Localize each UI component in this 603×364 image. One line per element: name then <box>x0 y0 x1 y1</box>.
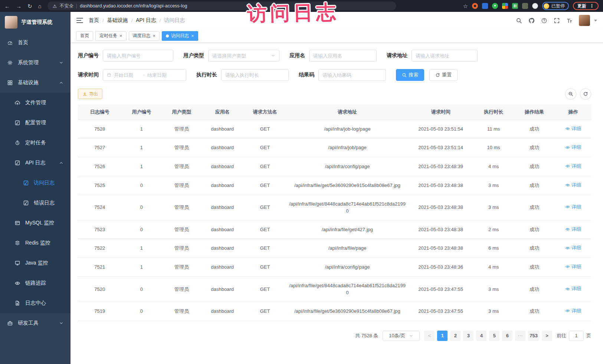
question-icon[interactable] <box>541 17 547 24</box>
request-url-input[interactable] <box>416 53 473 59</box>
page-button-5[interactable]: 5 <box>489 331 499 341</box>
extension-icon[interactable] <box>522 3 528 9</box>
cell-app: dashboard <box>201 195 243 220</box>
page-button-1[interactable]: 1 <box>437 331 448 341</box>
result-code-input[interactable] <box>322 72 382 78</box>
sidebar-item-基础设施[interactable]: 基础设施 <box>0 73 71 93</box>
tab-close-icon[interactable]: × <box>153 33 156 38</box>
sidebar-item-文件管理[interactable]: 文件管理 <box>0 93 71 113</box>
cell-method: GET <box>243 176 287 195</box>
detail-link[interactable]: 详细 <box>565 125 581 132</box>
search-button[interactable]: 搜索 <box>396 69 424 81</box>
kebab-menu-icon[interactable]: ⋮ <box>590 3 594 9</box>
detail-link[interactable]: 详细 <box>565 163 581 170</box>
end-date-input[interactable] <box>147 72 174 78</box>
next-page-button[interactable]: > <box>542 331 552 341</box>
breadcrumb-item[interactable]: API 日志 <box>136 17 156 24</box>
sidebar-item-API-日志[interactable]: API 日志 <box>0 153 71 173</box>
sidebar-item-Java-监控[interactable]: Java 监控 <box>0 253 71 273</box>
user-avatar[interactable] <box>579 15 590 26</box>
translate-extension-icon[interactable]: 翻 <box>512 3 518 9</box>
sidebar-item-链路追踪[interactable]: 链路追踪 <box>0 273 71 293</box>
detail-link[interactable]: 详细 <box>565 144 581 151</box>
sidebar-item-错误日志[interactable]: 错误日志 <box>0 193 71 213</box>
detail-link-label: 详细 <box>571 163 581 170</box>
bookmark-star-icon[interactable]: ☆ <box>463 3 468 9</box>
jump-page-input[interactable] <box>569 331 584 341</box>
sidebar-item-访问日志[interactable]: 访问日志 <box>0 173 71 193</box>
user-type-select-input[interactable] <box>212 53 268 59</box>
breadcrumb: 首页/基础设施/API 日志/访问日志 <box>89 17 185 24</box>
hamburger-icon[interactable] <box>76 18 83 23</box>
forward-icon[interactable]: → <box>16 3 22 9</box>
detail-link[interactable]: 详细 <box>565 244 581 252</box>
font-size-icon[interactable] <box>566 17 573 24</box>
extension-icon[interactable] <box>472 3 478 9</box>
sidebar-item-研发工具[interactable]: 研发工具 <box>0 313 71 333</box>
paused-badge[interactable]: 已暂停 <box>542 2 569 10</box>
sidebar-logo[interactable]: 芋道管理系统 <box>0 12 71 33</box>
shield-extension-icon[interactable] <box>482 3 488 9</box>
extension-icon[interactable] <box>502 3 508 9</box>
cell-result: 成功 <box>514 258 555 277</box>
page-button-753[interactable]: 753 <box>528 331 539 341</box>
address-bar[interactable]: ⚠ 不安全 dashboard.yudao.iocoder.cn/infra/l… <box>47 1 396 10</box>
tab-定时任务[interactable]: 定时任务× <box>95 31 127 41</box>
cell-duration: 3 ms <box>473 176 514 195</box>
tab-访问日志[interactable]: 访问日志× <box>162 31 198 41</box>
detail-link[interactable]: 详细 <box>565 307 581 315</box>
start-date-input[interactable] <box>114 72 141 78</box>
avatar-caret-down-icon[interactable] <box>594 20 597 22</box>
reload-icon[interactable]: ↻ <box>27 3 32 9</box>
user-type-select[interactable] <box>208 50 279 62</box>
sidebar-item-首页[interactable]: 首页 <box>0 33 71 53</box>
hide-search-button[interactable] <box>565 88 576 99</box>
detail-link-label: 详细 <box>571 203 581 211</box>
page-button-2[interactable]: 2 <box>450 331 461 341</box>
cell-result: 成功 <box>514 176 555 195</box>
sidebar-item-MySQL-监控[interactable]: MySQL 监控 <box>0 213 71 233</box>
sidebar-item-Redis-监控[interactable]: Redis 监控 <box>0 233 71 253</box>
date-range-picker[interactable]: - <box>103 69 186 81</box>
tab-调度日志[interactable]: 调度日志× <box>129 31 160 41</box>
detail-link[interactable]: 详细 <box>565 226 581 233</box>
detail-link[interactable]: 详细 <box>565 285 581 292</box>
cell-app: dashboard <box>201 176 243 195</box>
sidebar-item-定时任务[interactable]: 定时任务 <box>0 133 71 153</box>
column-header: 操作 <box>555 105 591 119</box>
prev-page-button[interactable]: < <box>424 331 435 341</box>
github-icon[interactable] <box>528 17 535 24</box>
page-button-3[interactable]: 3 <box>463 331 473 341</box>
extensions-puzzle-icon[interactable] <box>532 3 538 9</box>
detail-link[interactable]: 详细 <box>565 203 581 211</box>
detail-link[interactable]: 详细 <box>565 181 581 189</box>
breadcrumb-item[interactable]: 基础设施 <box>107 17 128 24</box>
extension-icon[interactable] <box>492 3 498 9</box>
cell-time: 2021-05-03 23:51:54 <box>408 119 473 138</box>
refresh-button[interactable] <box>580 88 591 99</box>
user-id-input[interactable] <box>107 53 169 59</box>
sidebar-item-日志中心[interactable]: 日志中心 <box>0 293 71 313</box>
sidebar-item-配置管理[interactable]: 配置管理 <box>0 113 71 133</box>
reset-button[interactable]: 重置 <box>429 69 458 81</box>
tab-首页[interactable]: 首页 <box>76 31 93 41</box>
duration-input[interactable] <box>225 72 285 78</box>
breadcrumb-item[interactable]: 首页 <box>89 17 99 24</box>
page-button-4[interactable]: 4 <box>476 331 486 341</box>
back-icon[interactable]: ← <box>4 3 10 9</box>
update-button[interactable]: 更新 ⋮ <box>573 2 599 10</box>
browser-chrome: ← → ↻ ⌂ ⚠ 不安全 dashboard.yudao.iocoder.cn… <box>0 0 603 12</box>
export-button[interactable]: 导出 <box>78 89 102 99</box>
cell-user_id: 0 <box>122 195 162 220</box>
home-icon[interactable]: ⌂ <box>38 3 42 9</box>
fullscreen-icon[interactable] <box>554 17 560 24</box>
page-size-select[interactable]: 10条/页 <box>383 331 420 341</box>
tab-close-icon[interactable]: × <box>191 33 194 38</box>
cell-action: 详细 <box>555 119 591 138</box>
tab-close-icon[interactable]: × <box>119 33 122 38</box>
detail-link[interactable]: 详细 <box>565 263 581 270</box>
page-button-6[interactable]: 6 <box>502 331 512 341</box>
search-icon[interactable] <box>516 17 522 24</box>
app-name-input[interactable] <box>313 53 373 59</box>
sidebar-item-系统管理[interactable]: 系统管理 <box>0 53 71 73</box>
